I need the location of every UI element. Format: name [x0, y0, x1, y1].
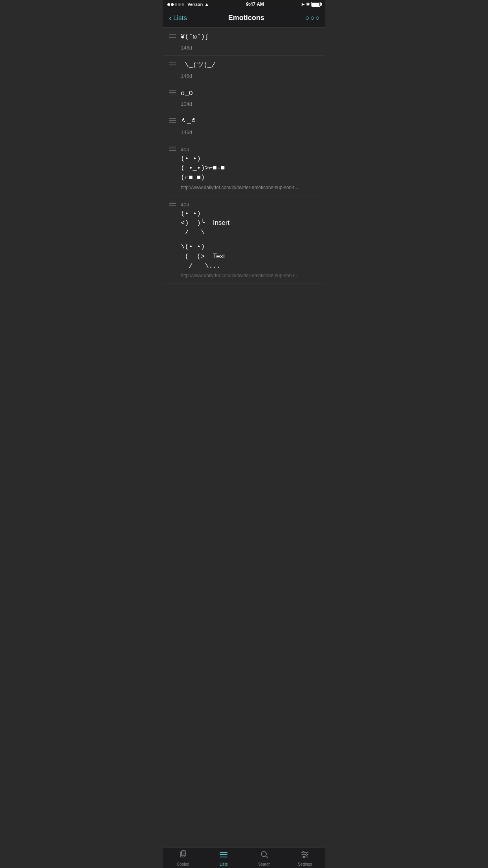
more-dot-3 — [316, 17, 319, 20]
item-url: http://www.dailydot.com/lol/twitter-emot… — [181, 273, 319, 278]
item-text: (•_•) ( •_•)>⌐■-■ (⌐■_■) — [181, 154, 319, 182]
back-button[interactable]: ‹ Lists — [169, 13, 187, 22]
list-container: ¥(˚ω˚)∫ 146d ¯\_(ツ)_/¯ 146d o_O 104d — [163, 28, 325, 311]
more-dot-2 — [311, 17, 314, 20]
list-item[interactable]: ಠ_ಠ 146d — [163, 112, 325, 140]
list-item[interactable]: 40d (•_•) ( •_•)>⌐■-■ (⌐■_■) http://www.… — [163, 140, 325, 195]
status-bar: Verizon ▲ 9:47 AM ➤ ✱ — [163, 0, 325, 9]
text-label: Text — [213, 252, 225, 260]
drag-handle — [169, 32, 176, 38]
status-right: ➤ ✱ — [301, 2, 321, 7]
item-age: 146d — [181, 72, 319, 79]
nav-bar: ‹ Lists Emoticons — [163, 9, 325, 28]
item-content: ¯\_(ツ)_/¯ 146d — [181, 61, 319, 79]
drag-handle — [169, 200, 176, 206]
drag-handle — [169, 89, 176, 95]
drag-handle — [169, 117, 176, 123]
item-text: ¯\_(ツ)_/¯ — [181, 61, 319, 70]
signal-dot-1 — [167, 3, 170, 6]
item-content: o_O 104d — [181, 89, 319, 107]
drag-handle — [169, 61, 176, 66]
more-dot-1 — [306, 17, 309, 20]
insert-label: Insert — [213, 219, 230, 226]
wifi-icon: ▲ — [204, 2, 209, 7]
tab-spacer — [163, 283, 325, 311]
signal-dot-3 — [174, 3, 177, 6]
more-button[interactable] — [306, 17, 319, 20]
item-age: 104d — [181, 99, 319, 107]
list-item[interactable]: 40d (•_•) <) )╰ Insert / \ \(•_•) ( (> T… — [163, 195, 325, 284]
status-left: Verizon ▲ — [167, 2, 209, 7]
signal-dot-5 — [182, 3, 184, 6]
item-content: ¥(˚ω˚)∫ 146d — [181, 32, 319, 51]
bluetooth-icon: ✱ — [306, 2, 310, 7]
location-icon: ➤ — [301, 2, 305, 7]
battery-fill — [312, 3, 319, 6]
back-chevron-icon: ‹ — [169, 13, 172, 22]
battery-icon — [311, 2, 321, 7]
item-text: (•_•) <) )╰ Insert / \ — [181, 209, 319, 237]
drag-handle — [169, 145, 176, 151]
item-age: 146d — [181, 43, 319, 51]
item-text-2: \(•_•) ( (> Text / \... — [181, 242, 319, 270]
item-content: ಠ_ಠ 146d — [181, 117, 319, 135]
page-title: Emoticons — [228, 14, 264, 22]
item-age: 146d — [181, 128, 319, 135]
item-text: ಠ_ಠ — [181, 117, 319, 126]
item-text: ¥(˚ω˚)∫ — [181, 32, 319, 42]
list-item[interactable]: ¥(˚ω˚)∫ 146d — [163, 28, 325, 56]
list-item[interactable]: o_O 104d — [163, 84, 325, 112]
signal-dots — [167, 3, 184, 6]
item-url: http://www.dailydot.com/lol/twitter-emot… — [181, 185, 319, 190]
signal-dot-2 — [171, 3, 174, 6]
item-age: 40d — [181, 200, 319, 208]
item-text: o_O — [181, 89, 319, 98]
list-item[interactable]: ¯\_(ツ)_/¯ 146d — [163, 56, 325, 84]
signal-dot-4 — [178, 3, 181, 6]
status-time: 9:47 AM — [246, 2, 264, 7]
item-age: 40d — [181, 145, 319, 153]
carrier-label: Verizon — [187, 2, 203, 7]
back-label: Lists — [173, 14, 187, 22]
